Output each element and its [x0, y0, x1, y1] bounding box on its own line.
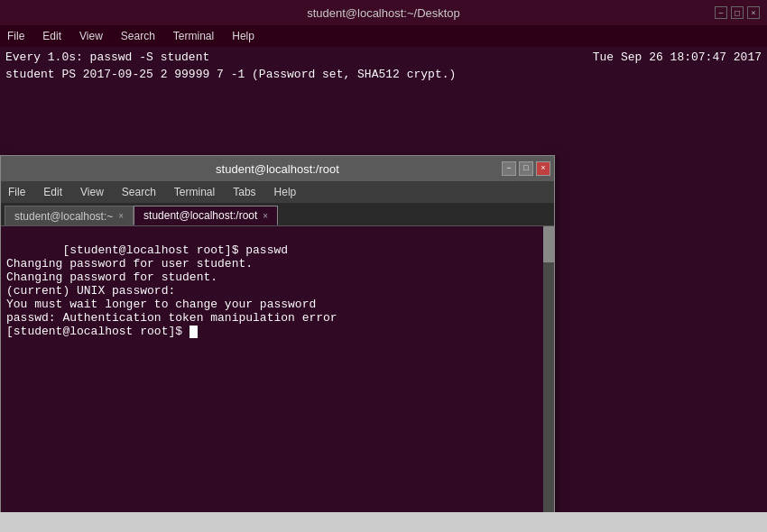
terminal-line-1: [student@localhost root]$ passwd Changin… — [6, 243, 337, 338]
outer-title: student@localhost:~/Desktop — [307, 6, 460, 20]
outer-content: Every 1.0s: passwd -S student Tue Sep 26… — [0, 47, 767, 532]
terminal-cursor — [189, 326, 198, 338]
outer-command-text: Every 1.0s: passwd -S student — [5, 50, 209, 64]
scrollbar-track[interactable] — [543, 226, 554, 532]
inner-menubar: File Edit View Search Terminal Tabs Help — [1, 181, 554, 203]
inner-menu-tabs[interactable]: Tabs — [229, 184, 259, 200]
bottom-bar — [0, 512, 767, 532]
outer-menu-search[interactable]: Search — [117, 28, 159, 44]
tab-student-root[interactable]: student@localhost:/root × — [134, 206, 278, 225]
inner-tab-bar: student@localhost:~ × student@localhost:… — [1, 203, 554, 226]
outer-menu-file[interactable]: File — [4, 28, 28, 44]
inner-menu-search[interactable]: Search — [118, 184, 160, 200]
outer-terminal: student@localhost:~/Desktop − □ × File E… — [0, 0, 767, 532]
outer-menu-terminal[interactable]: Terminal — [170, 28, 217, 44]
inner-menu-help[interactable]: Help — [271, 184, 300, 200]
inner-terminal-content[interactable]: [student@localhost root]$ passwd Changin… — [1, 226, 554, 532]
outer-menu-edit[interactable]: Edit — [39, 28, 65, 44]
inner-minimize-button[interactable]: − — [502, 161, 516, 176]
outer-minimize-button[interactable]: − — [715, 6, 727, 19]
tab-student-home[interactable]: student@localhost:~ × — [5, 206, 134, 225]
inner-close-button[interactable]: × — [536, 161, 550, 176]
inner-menu-view[interactable]: View — [77, 184, 107, 200]
inner-menu-terminal[interactable]: Terminal — [171, 184, 218, 200]
outer-status-line: Every 1.0s: passwd -S student Tue Sep 26… — [5, 50, 762, 64]
inner-menu-file[interactable]: File — [5, 184, 29, 200]
tab-student-home-label: student@localhost:~ — [14, 210, 113, 223]
scrollbar-thumb[interactable] — [543, 226, 554, 262]
outer-titlebar-controls: − □ × — [715, 6, 760, 19]
outer-ps-output: student PS 2017-09-25 2 99999 7 -1 (Pass… — [5, 68, 762, 81]
outer-timestamp: Tue Sep 26 18:07:47 2017 — [593, 50, 762, 64]
tab-student-root-close[interactable]: × — [263, 211, 268, 221]
outer-menu-view[interactable]: View — [76, 28, 106, 44]
inner-maximize-button[interactable]: □ — [519, 161, 533, 176]
outer-maximize-button[interactable]: □ — [731, 6, 744, 19]
tab-student-root-label: student@localhost:/root — [143, 209, 257, 222]
outer-close-button[interactable]: × — [747, 6, 760, 19]
inner-menu-edit[interactable]: Edit — [40, 184, 66, 200]
outer-titlebar: student@localhost:~/Desktop − □ × — [0, 0, 767, 25]
inner-titlebar: student@localhost:/root − □ × — [1, 156, 554, 181]
inner-title: student@localhost:/root — [216, 162, 339, 176]
tab-student-home-close[interactable]: × — [118, 211, 124, 221]
inner-titlebar-controls: − □ × — [502, 161, 550, 176]
outer-menubar: File Edit View Search Terminal Help — [0, 25, 767, 47]
inner-terminal: student@localhost:/root − □ × File Edit … — [0, 155, 555, 532]
outer-menu-help[interactable]: Help — [228, 28, 258, 44]
